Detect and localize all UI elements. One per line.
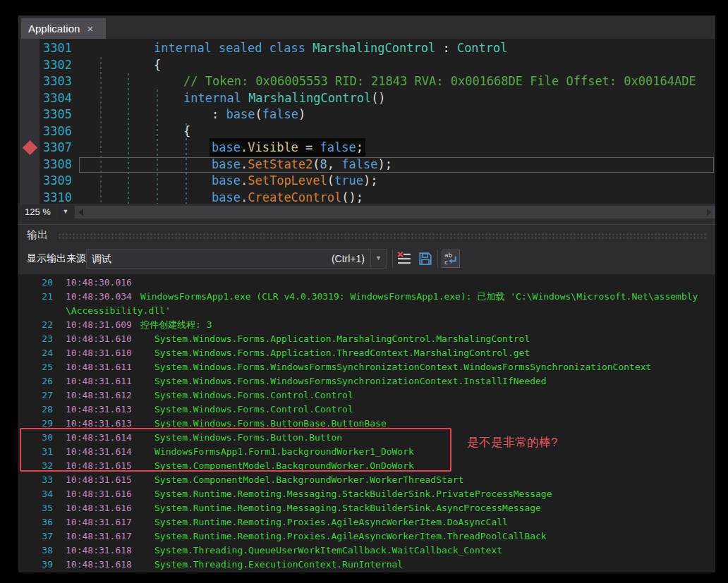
log-message: System.Windows.Forms.Control.Control bbox=[154, 404, 353, 415]
log-timestamp: 10:48:31.611 bbox=[66, 374, 136, 388]
log-timestamp: 10:48:31.618 bbox=[66, 544, 136, 558]
code-line[interactable]: 3307base.Visible = false; bbox=[18, 140, 715, 157]
code-line[interactable]: 3303// Token: 0x06005553 RID: 21843 RVA:… bbox=[18, 73, 715, 90]
log-row: 3710:48:31.617System.Runtime.Remoting.Pr… bbox=[18, 529, 715, 544]
code-line-number: 3301 bbox=[18, 40, 73, 57]
log-timestamp: 10:48:31.613 bbox=[66, 403, 136, 417]
log-timestamp: 10:48:31.610 bbox=[66, 332, 136, 346]
log-timestamp: 10:48:30.034 bbox=[66, 290, 136, 304]
code-text: base.SetTopLevel(true); bbox=[212, 173, 377, 188]
chevron-down-icon[interactable]: ▼ bbox=[370, 250, 386, 268]
svg-text:ab: ab bbox=[444, 252, 452, 259]
log-timestamp: 10:48:31.617 bbox=[66, 515, 136, 529]
output-source-combobox[interactable]: 调试 (Ctrl+1) ▼ bbox=[86, 249, 387, 269]
log-row: \Accessibility.dll' bbox=[18, 304, 715, 318]
toolbar-separator bbox=[392, 250, 393, 268]
code-line-number: 3310 bbox=[18, 190, 73, 204]
output-panel-title: 输出 bbox=[27, 228, 48, 242]
log-row: 2210:48:31.609控件创建线程: 3 bbox=[18, 318, 715, 332]
code-text: : base(false) bbox=[212, 107, 305, 121]
code-line[interactable]: 3302{ bbox=[18, 57, 715, 74]
code-line-number: 3306 bbox=[18, 123, 73, 140]
code-line[interactable]: 3309base.SetTopLevel(true); bbox=[18, 173, 715, 190]
log-row: 2410:48:31.610System.Windows.Forms.Appli… bbox=[18, 346, 715, 360]
log-line-number: 38 bbox=[18, 544, 53, 558]
tab-application[interactable]: Application × bbox=[21, 18, 106, 39]
output-source-shortcut: (Ctrl+1) bbox=[332, 253, 365, 264]
log-message: System.Threading.ExecutionContext.RunInt… bbox=[154, 559, 403, 570]
log-line-number: 37 bbox=[18, 529, 53, 544]
tab-label: Application bbox=[28, 23, 80, 35]
log-row: 2510:48:31.611System.Windows.Forms.Windo… bbox=[18, 360, 715, 374]
log-timestamp: 10:48:31.617 bbox=[66, 529, 136, 544]
close-icon[interactable]: × bbox=[87, 23, 93, 34]
code-text: { bbox=[183, 124, 190, 138]
log-timestamp: 10:48:31.616 bbox=[66, 501, 136, 515]
log-message: System.Windows.Forms.ButtonBase.ButtonBa… bbox=[154, 418, 387, 429]
code-line-number: 3303 bbox=[18, 73, 73, 90]
code-line[interactable]: 3304internal MarshalingControl() bbox=[18, 90, 715, 107]
panel-drag-grip[interactable] bbox=[58, 233, 707, 239]
code-text: // Token: 0x06005553 RID: 21843 RVA: 0x0… bbox=[183, 74, 696, 88]
code-editor[interactable]: 3301internal sealed class MarshalingCont… bbox=[18, 39, 715, 204]
clear-all-button[interactable] bbox=[395, 250, 413, 268]
code-line-number: 3309 bbox=[18, 173, 73, 190]
toolbar-separator bbox=[437, 250, 438, 268]
output-log[interactable]: 2010:48:30.0162110:48:30.034WindowsForms… bbox=[18, 274, 715, 572]
scroll-right-arrow-icon[interactable] bbox=[707, 209, 712, 216]
log-timestamp: 10:48:30.016 bbox=[66, 276, 136, 290]
code-lines: 3301internal sealed class MarshalingCont… bbox=[18, 40, 715, 204]
code-text: internal sealed class MarshalingControl … bbox=[154, 41, 508, 55]
log-row: 3910:48:31.618System.Threading.Execution… bbox=[18, 558, 715, 572]
log-line-number: 33 bbox=[18, 473, 53, 487]
log-line-number: 35 bbox=[18, 501, 53, 515]
horizontal-scrollbar[interactable] bbox=[75, 206, 715, 219]
log-line-number: 22 bbox=[18, 318, 53, 332]
save-icon bbox=[418, 252, 432, 266]
log-timestamp: 10:48:31.611 bbox=[66, 360, 136, 374]
log-message: System.Threading.QueueUserWorkItemCallba… bbox=[154, 545, 502, 556]
log-message: System.Runtime.Remoting.Messaging.StackB… bbox=[154, 489, 552, 499]
log-row: 2310:48:31.610System.Windows.Forms.Appli… bbox=[18, 332, 715, 346]
log-message: System.Runtime.Remoting.Messaging.StackB… bbox=[154, 503, 541, 513]
log-row: 2710:48:31.612System.Windows.Forms.Contr… bbox=[18, 388, 715, 403]
log-line-number: 39 bbox=[18, 558, 53, 572]
log-message: System.Windows.Forms.WindowsFormsSynchro… bbox=[154, 376, 547, 386]
log-message: System.Windows.Forms.Application.ThreadC… bbox=[154, 348, 530, 358]
code-line[interactable]: 3308base.SetState2(8, false); bbox=[18, 157, 715, 173]
log-line-number: 34 bbox=[18, 487, 53, 501]
log-message: System.Windows.Forms.Application.Marshal… bbox=[154, 333, 530, 344]
code-line[interactable]: 3301internal sealed class MarshalingCont… bbox=[18, 40, 715, 57]
log-row: 2110:48:30.034WindowsFormsApp1.exe (CLR … bbox=[18, 290, 715, 304]
code-text: internal MarshalingControl() bbox=[183, 91, 386, 105]
zoom-level-combobox[interactable]: 125 % bbox=[20, 205, 56, 219]
code-text: base.Visible = false; bbox=[212, 140, 363, 154]
code-line[interactable]: 3306{ bbox=[18, 123, 715, 140]
output-toolbar: 显示输出来源(S): 调试 (Ctrl+1) ▼ bbox=[18, 245, 715, 274]
log-timestamp: 10:48:31.610 bbox=[66, 346, 136, 360]
log-line-number: 20 bbox=[18, 276, 53, 290]
output-panel: 输出 显示输出来源(S): 调试 (Ctrl+1) ▼ bbox=[18, 224, 715, 572]
code-line-number: 3305 bbox=[18, 106, 73, 123]
log-timestamp: 10:48:31.616 bbox=[66, 487, 136, 501]
log-row: 2810:48:31.613System.Windows.Forms.Contr… bbox=[18, 403, 715, 417]
code-line-number: 3308 bbox=[18, 157, 73, 173]
word-wrap-toggle-button[interactable]: ab c bbox=[442, 250, 460, 268]
scroll-left-arrow-icon[interactable] bbox=[78, 209, 83, 216]
log-line-number: 21 bbox=[18, 290, 53, 304]
save-output-button[interactable] bbox=[416, 250, 435, 268]
code-line[interactable]: 3305: base(false) bbox=[18, 106, 715, 123]
log-timestamp: 10:48:31.612 bbox=[66, 388, 136, 403]
log-row: 3810:48:31.618System.Threading.QueueUser… bbox=[18, 544, 715, 558]
annotation-rectangle bbox=[20, 428, 451, 472]
log-message: System.Windows.Forms.WindowsFormsSynchro… bbox=[154, 362, 651, 372]
chevron-down-icon[interactable]: ▼ bbox=[58, 205, 73, 219]
log-line-number: 24 bbox=[18, 346, 53, 360]
output-source-value: 调试 bbox=[92, 253, 111, 266]
log-timestamp: 10:48:31.615 bbox=[66, 473, 136, 487]
word-wrap-icon: ab c bbox=[444, 252, 458, 266]
code-line[interactable]: 3310base.CreateControl(); bbox=[18, 190, 715, 204]
ide-window: Application × 3301internal sealed class … bbox=[18, 16, 715, 572]
log-message: System.ComponentModel.BackgroundWorker.W… bbox=[154, 474, 463, 485]
code-text: { bbox=[154, 58, 161, 72]
